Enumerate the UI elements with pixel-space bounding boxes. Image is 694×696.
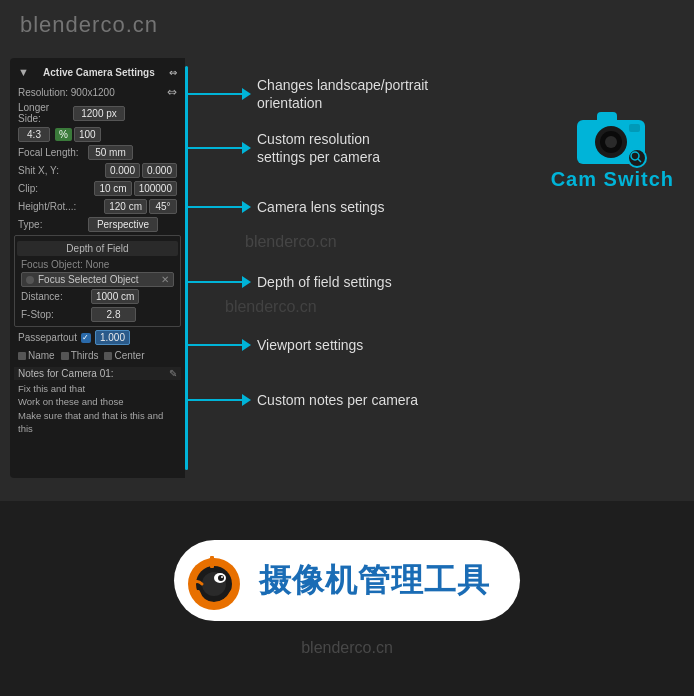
- aspect-ratio-row: 4:3 % 100: [14, 126, 181, 143]
- annotation-3-arrow: [242, 201, 251, 213]
- fstop-row: F-Stop: 2.8: [17, 306, 178, 323]
- resolution-row: Resolution: 900x1200 ⇔: [14, 84, 181, 100]
- blender-logo-icon: [182, 548, 247, 613]
- badge-text: 摄像机管理工具: [259, 559, 490, 603]
- clip-near-field[interactable]: 10 cm: [94, 181, 131, 196]
- height-rot-row: Height/Rot...: 120 cm 45°: [14, 198, 181, 215]
- pct-value[interactable]: 100: [74, 127, 101, 142]
- annotation-5-connector: [188, 344, 243, 346]
- height-label: Height/Rot...:: [18, 201, 88, 212]
- svg-rect-6: [629, 124, 640, 132]
- clip-fields: 10 cm 100000: [88, 181, 177, 196]
- overlay-name-container: Name: [18, 350, 55, 361]
- annotation-5: Viewport settings: [188, 336, 363, 354]
- fstop-value[interactable]: 2.8: [91, 307, 136, 322]
- shift-fields: 0.000 0.000: [88, 163, 177, 178]
- height-rot-fields: 120 cm 45°: [88, 199, 177, 214]
- overlay-center-label: Center: [114, 350, 144, 361]
- blender-badge: 摄像机管理工具: [174, 540, 520, 621]
- notes-line2: Work on these and those: [18, 395, 177, 408]
- main-panel: ▼ Active Camera Settings ⇔ Resolution: 9…: [10, 58, 684, 478]
- distance-value[interactable]: 1000 cm: [91, 289, 139, 304]
- svg-rect-2: [597, 112, 617, 124]
- overlay-row: Name Thirds Center: [14, 347, 181, 364]
- panel-link-icon[interactable]: ⇔: [169, 67, 177, 78]
- type-label: Type:: [18, 219, 88, 230]
- annotation-6-arrow: [242, 394, 251, 406]
- focus-dot-icon: [26, 276, 34, 284]
- clip-label: Clip:: [18, 183, 88, 194]
- annotation-4-arrow: [242, 276, 251, 288]
- focus-btn-text: Focus Selected Object: [38, 274, 157, 285]
- overlay-name-checkbox[interactable]: [18, 352, 26, 360]
- resolution-label: Resolution: 900x1200: [18, 87, 167, 98]
- cam-switch-icon: blenderco.cn: [575, 108, 650, 168]
- annotation-2-text: Custom resolution settings per camera: [257, 130, 417, 166]
- focal-length-label: Focal Length:: [18, 147, 88, 158]
- clip-row: Clip: 10 cm 100000: [14, 180, 181, 197]
- type-select[interactable]: Perspective: [88, 217, 158, 232]
- passepartout-value[interactable]: 1.000: [95, 330, 130, 345]
- type-row: Type: Perspective: [14, 216, 181, 233]
- annotation-4: Depth of field settings: [188, 273, 392, 291]
- top-watermark: blenderco.cn: [20, 12, 158, 38]
- rot-field[interactable]: 45°: [149, 199, 177, 214]
- annotation-4-text: Depth of field settings: [257, 273, 392, 291]
- longer-side-value[interactable]: 1200 px: [73, 106, 125, 121]
- resolution-swap-icon[interactable]: ⇔: [167, 85, 177, 99]
- annotation-3-text: Camera lens setings: [257, 198, 385, 216]
- notes-line1: Fix this and that: [18, 382, 177, 395]
- svg-point-15: [221, 576, 223, 578]
- annotation-2-arrow: [242, 142, 251, 154]
- annotation-6-connector: [188, 399, 243, 401]
- annotation-6-text: Custom notes per camera: [257, 391, 418, 409]
- notes-title: Notes for Camera 01:: [18, 368, 114, 379]
- shift-y-field[interactable]: 0.000: [142, 163, 177, 178]
- annotation-6: Custom notes per camera: [188, 391, 418, 409]
- clip-far-field[interactable]: 100000: [134, 181, 177, 196]
- distance-row: Distance: 1000 cm: [17, 288, 178, 305]
- annotation-3-connector: [188, 206, 243, 208]
- focus-close-icon[interactable]: ✕: [161, 274, 169, 285]
- annotation-5-text: Viewport settings: [257, 336, 363, 354]
- notes-header: Notes for Camera 01: ✎: [14, 367, 181, 380]
- notes-edit-icon[interactable]: ✎: [169, 368, 177, 379]
- overlay-center-container: Center: [104, 350, 144, 361]
- focus-object-label: Focus Object: None: [17, 258, 178, 271]
- focus-selected-button[interactable]: Focus Selected Object ✕: [21, 272, 174, 287]
- height-field[interactable]: 120 cm: [104, 199, 147, 214]
- svg-rect-16: [210, 556, 214, 568]
- annotation-2-connector: [188, 147, 243, 149]
- shift-x-field[interactable]: 0.000: [105, 163, 140, 178]
- distance-label: Distance:: [21, 291, 91, 302]
- notes-section: Notes for Camera 01: ✎ Fix this and that…: [14, 367, 181, 437]
- cam-switch-label: Cam Switch: [551, 168, 674, 191]
- annotation-5-arrow: [242, 339, 251, 351]
- dof-title: Depth of Field: [17, 241, 178, 256]
- longer-side-label: Longer Side:: [18, 102, 73, 124]
- annotation-1-text: Changes landscape/portrait orientation: [257, 76, 447, 112]
- panel-title: Active Camera Settings: [43, 67, 155, 78]
- overlay-center-checkbox[interactable]: [104, 352, 112, 360]
- overlay-thirds-checkbox[interactable]: [61, 352, 69, 360]
- overlay-name-label: Name: [28, 350, 55, 361]
- passepartout-checkbox[interactable]: ✓: [81, 333, 91, 343]
- focal-length-row: Focal Length: 50 mm: [14, 144, 181, 161]
- mid-watermark-2: blenderco.cn: [225, 298, 317, 316]
- aspect-ratio-select[interactable]: 4:3: [18, 127, 50, 142]
- shift-row: Shit X, Y: 0.000 0.000: [14, 162, 181, 179]
- bottom-watermark: blenderco.cn: [301, 639, 393, 657]
- cam-switch-container: blenderco.cn Cam Switch: [551, 108, 674, 191]
- annotations-area: Changes landscape/portrait orientation C…: [185, 58, 684, 478]
- settings-panel: ▼ Active Camera Settings ⇔ Resolution: 9…: [10, 58, 185, 478]
- panel-collapse-arrow[interactable]: ▼: [18, 66, 29, 78]
- dof-section: Depth of Field Focus Object: None Focus …: [14, 235, 181, 327]
- notes-content: Fix this and that Work on these and thos…: [14, 380, 181, 437]
- pct-button[interactable]: %: [55, 128, 72, 141]
- annotation-4-connector: [188, 281, 243, 283]
- svg-point-5: [605, 136, 617, 148]
- annotation-1-arrow: [242, 88, 251, 100]
- overlay-thirds-label: Thirds: [71, 350, 99, 361]
- focal-length-value[interactable]: 50 mm: [88, 145, 133, 160]
- annotation-1-connector: [188, 93, 243, 95]
